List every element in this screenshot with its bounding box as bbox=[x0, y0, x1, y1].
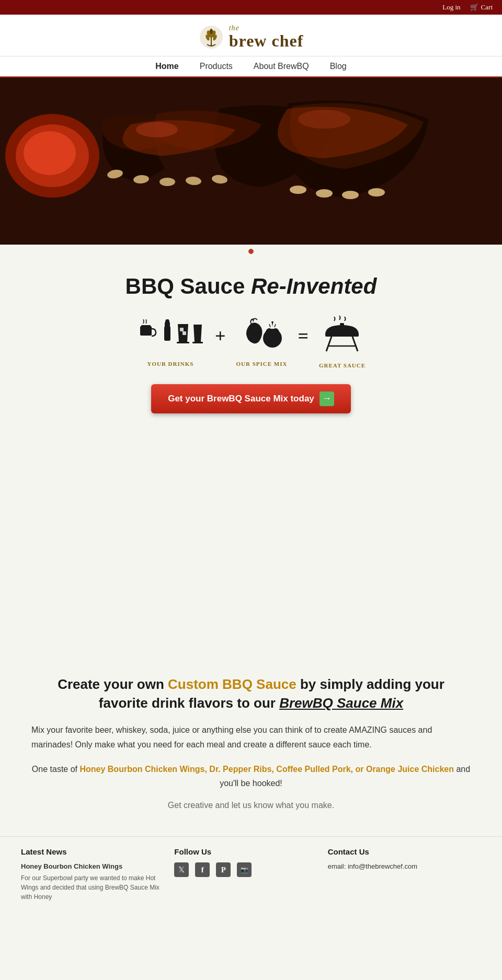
hero-image bbox=[0, 77, 502, 245]
facebook-icon[interactable]: f bbox=[195, 862, 210, 877]
svg-point-21 bbox=[368, 188, 385, 197]
cart-icon: 🛒 bbox=[470, 3, 478, 11]
svg-rect-37 bbox=[325, 333, 359, 337]
svg-rect-31 bbox=[192, 342, 203, 343]
cta-arrow-icon: → bbox=[320, 391, 334, 406]
footer-news: Latest News Honey Bourbon Chicken Wings … bbox=[21, 847, 174, 902]
svg-rect-27 bbox=[166, 319, 169, 321]
result-icons bbox=[321, 315, 363, 358]
headline-text: BBQ Sauce bbox=[126, 274, 251, 298]
social-icons: 𝕏 f P 📷 bbox=[174, 862, 317, 877]
promo-headline: Create your own Custom BBQ Sauce by simp… bbox=[31, 675, 471, 713]
footer-news-item-body: For our Superbowl party we wanted to mak… bbox=[21, 873, 164, 902]
twitter-icon[interactable]: 𝕏 bbox=[174, 862, 189, 877]
hero-dots bbox=[0, 245, 502, 258]
formula-result: GREAT SAUCE bbox=[319, 315, 366, 368]
footer-news-item-title[interactable]: Honey Bourbon Chicken Wings bbox=[21, 862, 164, 870]
drinks-icons bbox=[136, 316, 204, 356]
promo-headline-highlight: Custom BBQ Sauce bbox=[168, 676, 296, 692]
formula-drinks: YOUR DRINKS bbox=[136, 316, 204, 367]
svg-rect-23 bbox=[141, 325, 151, 327]
logo-text: the brew chef bbox=[229, 24, 304, 51]
svg-rect-24 bbox=[164, 326, 170, 341]
promo-invite: Get creative and let us know what you ma… bbox=[31, 801, 471, 810]
cta-button[interactable]: Get your BrewBQ Sauce Mix today → bbox=[151, 384, 351, 413]
site-header: the brew chef bbox=[0, 15, 502, 56]
content-spacer bbox=[0, 440, 502, 649]
svg-rect-29 bbox=[180, 328, 184, 331]
promo-flavors-list: Honey Bourbon Chicken Wings, Dr. Pepper … bbox=[79, 765, 454, 774]
svg-line-36 bbox=[275, 324, 276, 327]
promo-headline-brand: BrewBQ Sauce Mix bbox=[279, 695, 403, 711]
promo-section: Create your own Custom BBQ Sauce by simp… bbox=[0, 649, 502, 837]
svg-point-19 bbox=[316, 189, 333, 198]
svg-rect-30 bbox=[182, 331, 186, 335]
cta-wrap: Get your BrewBQ Sauce Mix today → bbox=[21, 384, 481, 413]
logo[interactable]: the brew chef bbox=[199, 24, 304, 51]
cart-label: Cart bbox=[481, 3, 493, 11]
top-bar: Log in 🛒 Cart bbox=[0, 0, 502, 15]
logo-name: brew chef bbox=[229, 32, 304, 50]
instagram-icon[interactable]: 📷 bbox=[237, 862, 252, 877]
svg-point-20 bbox=[342, 191, 359, 199]
svg-point-34 bbox=[271, 328, 280, 341]
footer-contact-title: Contact Us bbox=[328, 847, 471, 856]
svg-point-13 bbox=[159, 178, 175, 186]
cart-wrap[interactable]: 🛒 Cart bbox=[470, 3, 493, 11]
result-label: GREAT SAUCE bbox=[319, 362, 366, 368]
nav-products[interactable]: Products bbox=[200, 62, 233, 71]
formula-section: YOUR DRINKS + bbox=[21, 315, 481, 368]
svg-line-39 bbox=[352, 337, 358, 351]
footer-news-title: Latest News bbox=[21, 847, 164, 856]
svg-point-6 bbox=[210, 29, 213, 34]
bbq-headline: BBQ Sauce Re-Invented bbox=[21, 274, 481, 299]
footer-contact-email: email: info@thebrewchef.com bbox=[328, 862, 471, 870]
footer-contact: Contact Us email: info@thebrewchef.com bbox=[328, 847, 481, 902]
svg-point-18 bbox=[290, 186, 306, 194]
promo-body: Mix your favorite beer, whiskey, soda, j… bbox=[31, 723, 471, 751]
plus-op: + bbox=[215, 325, 226, 347]
formula-spice: OUR SPICE MIX bbox=[236, 316, 287, 367]
nav-home[interactable]: Home bbox=[155, 62, 178, 71]
svg-line-35 bbox=[269, 324, 270, 327]
drinks-label: YOUR DRINKS bbox=[147, 361, 193, 367]
login-link[interactable]: Log in bbox=[442, 3, 460, 11]
svg-rect-28 bbox=[177, 342, 189, 343]
svg-point-17 bbox=[298, 110, 350, 129]
logo-the: the bbox=[229, 24, 304, 32]
main-nav: Home Products About BrewBQ Blog bbox=[0, 56, 502, 77]
nav-blog[interactable]: Blog bbox=[330, 62, 347, 71]
promo-flavors: One taste of Honey Bourbon Chicken Wings… bbox=[31, 762, 471, 790]
svg-rect-41 bbox=[340, 323, 344, 326]
spice-label: OUR SPICE MIX bbox=[236, 361, 287, 367]
site-footer: Latest News Honey Bourbon Chicken Wings … bbox=[0, 836, 502, 912]
svg-point-10 bbox=[24, 131, 76, 175]
pinterest-icon[interactable]: P bbox=[216, 862, 231, 877]
svg-rect-22 bbox=[140, 326, 152, 336]
headline-italic: Re-Invented bbox=[251, 274, 376, 298]
spice-icons bbox=[238, 316, 285, 356]
svg-line-38 bbox=[326, 337, 332, 351]
hero-banner bbox=[0, 77, 502, 245]
main-content: BBQ Sauce Re-Invented bbox=[0, 258, 502, 440]
svg-point-16 bbox=[136, 122, 178, 137]
footer-follow-title: Follow Us bbox=[174, 847, 317, 856]
cta-label: Get your BrewBQ Sauce Mix today bbox=[168, 394, 314, 404]
hero-dot-1[interactable] bbox=[248, 249, 254, 254]
footer-follow: Follow Us 𝕏 f P 📷 bbox=[174, 847, 327, 902]
promo-flavors-prefix: One taste of bbox=[32, 765, 80, 774]
promo-headline-prefix: Create your own bbox=[58, 676, 168, 692]
nav-about[interactable]: About BrewBQ bbox=[254, 62, 309, 71]
logo-icon bbox=[199, 25, 224, 50]
equals-op: = bbox=[298, 325, 309, 347]
